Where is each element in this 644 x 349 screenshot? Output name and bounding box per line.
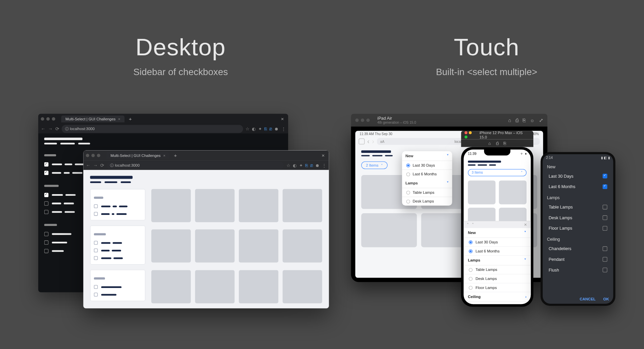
tab-title: Multi-Select | GUI Challenges: [110, 153, 160, 158]
android-option[interactable]: Pendant: [543, 254, 613, 265]
traffic-lights[interactable]: [355, 118, 370, 122]
toolbar-icon[interactable]: ☆: [286, 163, 290, 168]
sim-share-icon[interactable]: ⎘: [503, 141, 506, 146]
toolbar-menu-icon[interactable]: ⋮: [281, 126, 286, 131]
nav-back-icon[interactable]: ‹: [367, 138, 370, 146]
tab-close-icon[interactable]: ×: [163, 153, 165, 158]
nav-reload-icon[interactable]: ⟳: [100, 163, 104, 168]
product-card[interactable]: [499, 180, 526, 204]
window-close-icon[interactable]: ×: [279, 116, 285, 122]
sheet-option[interactable]: Last 30 Days: [464, 238, 531, 247]
android-option[interactable]: Floor Lamps: [543, 223, 613, 234]
popover-option[interactable]: Last 30 Days: [402, 161, 452, 170]
product-card[interactable]: [283, 189, 322, 222]
sheet-group-header[interactable]: By Room›: [464, 302, 531, 304]
android-ok-button[interactable]: OK: [603, 297, 609, 301]
toolbar-icon[interactable]: ⎘: [305, 163, 308, 168]
nav-back-icon[interactable]: ←: [41, 126, 46, 131]
sidebar-toggle-icon[interactable]: [359, 138, 365, 144]
product-card[interactable]: [468, 180, 495, 204]
checkbox-row[interactable]: [94, 293, 142, 296]
toolbar-icon[interactable]: ⏺: [274, 126, 279, 131]
sheet-option[interactable]: Floor Lamps: [464, 283, 531, 292]
sheet-close-icon[interactable]: ✕: [524, 223, 527, 227]
toolbar-icon[interactable]: ⏺: [315, 163, 320, 168]
popover-group-header[interactable]: Lamps˅: [402, 178, 452, 188]
product-card[interactable]: [151, 230, 191, 263]
ios-select-popover[interactable]: New˅ Last 30 Days Last 6 Months Lamps˅ T…: [402, 151, 452, 206]
toolbar-menu-icon[interactable]: ⋮: [322, 163, 326, 168]
product-card[interactable]: [239, 189, 278, 222]
android-option[interactable]: Table Lamps: [543, 202, 613, 213]
sheet-option[interactable]: Table Lamps: [464, 266, 531, 275]
toolbar-icon[interactable]: ☆: [246, 126, 249, 131]
browser-tab[interactable]: Multi-Select | GUI Challenges ×: [106, 152, 170, 159]
product-card[interactable]: [239, 270, 278, 303]
checkbox-row[interactable]: [94, 256, 142, 260]
android-option[interactable]: Chandeliers: [543, 243, 613, 254]
product-card[interactable]: [195, 270, 235, 303]
sim-screenshot-icon[interactable]: ⎙: [516, 117, 519, 123]
android-cancel-button[interactable]: CANCEL: [580, 297, 596, 301]
product-card[interactable]: [239, 230, 278, 263]
popover-group-header[interactable]: New˅: [402, 151, 452, 161]
url-field[interactable]: ⓘ localhost:3000: [62, 125, 243, 133]
checkbox-row[interactable]: [94, 248, 142, 252]
product-card[interactable]: [195, 230, 235, 263]
product-card[interactable]: [151, 189, 191, 222]
checkbox-row[interactable]: [94, 285, 142, 289]
new-tab-button[interactable]: +: [127, 116, 133, 122]
android-option[interactable]: Desk Lamps: [543, 213, 613, 223]
new-tab-button[interactable]: +: [172, 153, 178, 159]
sim-expand-icon[interactable]: ⤢: [539, 117, 543, 123]
sheet-group-header[interactable]: Lamps˅: [464, 256, 531, 266]
window-close-icon[interactable]: ×: [320, 153, 326, 159]
toolbar-icon[interactable]: ✦: [258, 126, 262, 131]
tab-close-icon[interactable]: ×: [118, 117, 120, 121]
sheet-group-header[interactable]: Ceiling›: [464, 292, 531, 302]
ios-select-sheet[interactable]: ˄ ˅ ✕ New˅ Last 30 Days Last 6 Months La…: [464, 221, 531, 304]
url-field[interactable]: ⓘ localhost:3000: [107, 161, 284, 169]
popover-option[interactable]: Last 6 Months: [402, 170, 452, 179]
product-card[interactable]: [151, 270, 191, 303]
toolbar-icon[interactable]: ◐: [293, 163, 297, 168]
sheet-nav-arrows[interactable]: ˄ ˅: [467, 223, 475, 227]
product-card[interactable]: [361, 213, 417, 247]
checkbox-row[interactable]: [94, 204, 142, 208]
sim-home-icon[interactable]: ⌂: [508, 117, 511, 123]
product-card[interactable]: [283, 230, 322, 263]
toolbar-icon[interactable]: ⎚: [269, 126, 272, 131]
sim-rotate-icon[interactable]: ⎘: [523, 117, 526, 123]
toolbar-icon[interactable]: ◐: [252, 126, 256, 131]
product-card[interactable]: [195, 189, 235, 222]
android-option[interactable]: Last 6 Months: [543, 181, 613, 192]
filter-pill[interactable]: 3 Items˅: [468, 169, 527, 176]
product-card[interactable]: [283, 270, 322, 303]
nav-back-icon[interactable]: ←: [86, 163, 91, 168]
checkbox-row[interactable]: [94, 241, 142, 244]
traffic-lights[interactable]: [86, 154, 100, 157]
android-option[interactable]: Flush: [543, 265, 613, 275]
toolbar-icon[interactable]: ⎘: [264, 126, 267, 131]
site-info-icon[interactable]: ⓘ: [65, 126, 69, 131]
sheet-group-header[interactable]: New˅: [464, 228, 531, 238]
filter-pill[interactable]: 2 Items˅: [361, 161, 387, 169]
sim-screenshot-icon[interactable]: ⎙: [496, 141, 499, 146]
sheet-option[interactable]: Desk Lamps: [464, 274, 531, 283]
android-option[interactable]: Last 30 Days: [543, 171, 613, 181]
browser-tab[interactable]: Multi-Select | GUI Challenges ×: [61, 116, 124, 122]
toolbar-icon[interactable]: ✦: [299, 163, 303, 168]
text-size-icon[interactable]: aA: [380, 139, 384, 143]
checkbox-row[interactable]: [94, 212, 142, 216]
popover-option[interactable]: Desk Lamps: [402, 197, 452, 206]
popover-option[interactable]: Table Lamps: [402, 188, 452, 197]
nav-forward-icon[interactable]: →: [48, 126, 53, 131]
nav-forward-icon[interactable]: →: [93, 163, 98, 168]
site-info-icon[interactable]: ⓘ: [110, 163, 114, 167]
sim-appearance-icon[interactable]: ☼: [530, 117, 535, 123]
traffic-lights[interactable]: [41, 117, 55, 121]
sheet-option[interactable]: Last 6 Months: [464, 247, 531, 256]
sim-home-icon[interactable]: ⌂: [488, 141, 491, 146]
nav-reload-icon[interactable]: ⟳: [55, 126, 59, 131]
toolbar-icon[interactable]: ⎚: [310, 163, 313, 168]
